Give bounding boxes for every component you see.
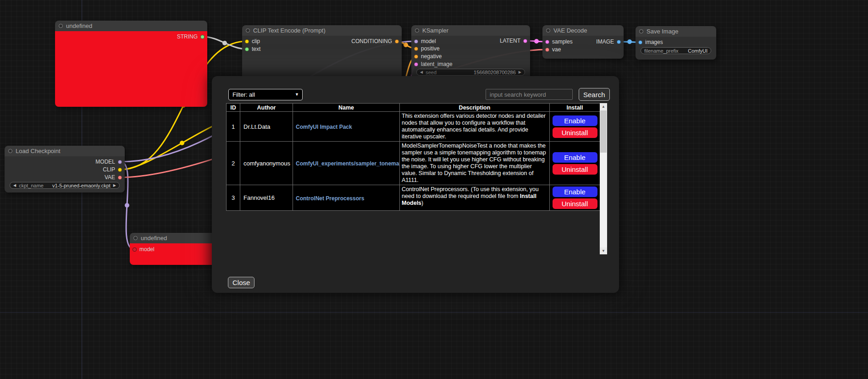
node-title-bar[interactable]: Save Image — [636, 26, 716, 37]
filter-select[interactable]: Filter: all — [228, 89, 303, 100]
widget-decrement-icon[interactable]: ◀ — [420, 69, 423, 75]
output-slot-dot-image[interactable] — [617, 40, 621, 44]
output-slot-dot-string[interactable] — [200, 35, 205, 39]
widget-ckpt_name[interactable]: ◀ckpt_namev1-5-pruned-emaonly.ckpt▶ — [10, 182, 120, 189]
link-dot-latent — [534, 39, 539, 44]
output-slot-dot-vae[interactable] — [118, 176, 122, 180]
link-dot-conditioning — [404, 43, 408, 47]
node-status-dot — [59, 24, 63, 28]
output-slot-dot-conditioning[interactable] — [395, 39, 399, 44]
scroll-up-icon[interactable]: ▲ — [600, 103, 607, 110]
widget-increment-icon[interactable]: ▶ — [519, 69, 521, 75]
node-body: MODELCLIPVAE◀ckpt_namev1-5-pruned-emaonl… — [5, 156, 125, 192]
widget-filename_prefix[interactable]: filename_prefixComfyUI — [641, 47, 711, 54]
node-title-label: VAE Decode — [553, 27, 587, 34]
node-save-image[interactable]: Save Imageimagesfilename_prefixComfyUI — [636, 26, 716, 60]
table-scrollbar[interactable]: ▲ ▼ — [600, 103, 607, 254]
enable-button[interactable]: Enable — [553, 187, 597, 197]
widget-increment-icon[interactable]: ▶ — [113, 182, 116, 188]
extension-link[interactable]: ComfyUI_experiments/sampler_tonemap — [296, 160, 400, 167]
input-slot-dot-model[interactable] — [414, 39, 418, 44]
node-load-checkpoint[interactable]: Load CheckpointMODELCLIPVAE◀ckpt_namev1-… — [5, 146, 125, 192]
node-vae-decode[interactable]: VAE DecodesamplesvaeIMAGE — [542, 25, 624, 59]
input-slot-images: images — [638, 39, 663, 45]
output-slot-dot-latent[interactable] — [523, 39, 527, 43]
node-body: modelpositivenegativelatent_imageLATENT◀… — [411, 36, 530, 82]
extension-link[interactable]: ControlNet Preprocessors — [296, 195, 364, 202]
node-undefined-top[interactable]: undefinedSTRING — [55, 21, 207, 107]
node-title-bar[interactable]: CLIP Text Encode (Prompt) — [242, 25, 402, 36]
uninstall-button[interactable]: Uninstall — [553, 198, 597, 209]
extension-install-cell: EnableUninstall — [550, 112, 600, 142]
node-status-dot — [639, 29, 643, 33]
extension-row: 3Fannovel16ControlNet PreprocessorsContr… — [227, 185, 600, 211]
link-dot-string — [222, 41, 227, 45]
node-title-label: CLIP Text Encode (Prompt) — [253, 27, 326, 34]
input-slot-clip: clip — [245, 38, 260, 44]
extension-description: This extension offers various detector n… — [400, 112, 550, 142]
scroll-down-icon[interactable]: ▼ — [600, 247, 607, 254]
input-slot-model: model — [133, 246, 155, 253]
input-slot-dot-vae[interactable] — [545, 48, 549, 52]
output-slot-dot-model[interactable] — [118, 160, 122, 164]
widget-seed[interactable]: ◀seed156680208700286▶ — [416, 69, 525, 76]
table-header-row: IDAuthorNameDescriptionInstall — [227, 104, 600, 112]
input-slot-dot-positive[interactable] — [414, 47, 418, 51]
node-status-dot — [246, 28, 250, 33]
widget-name-label: seed — [426, 70, 437, 75]
input-slot-latent_image: latent_image — [414, 61, 453, 67]
input-slot-label: negative — [421, 53, 442, 60]
node-title-bar[interactable]: KSampler — [411, 25, 530, 36]
output-slot-dot-clip[interactable] — [118, 168, 122, 172]
input-slot-label: samples — [552, 38, 573, 45]
extension-name-cell: ControlNet Preprocessors — [293, 185, 400, 211]
input-slot-dot-model[interactable] — [133, 247, 137, 252]
uninstall-button[interactable]: Uninstall — [553, 127, 597, 138]
close-button[interactable]: Close — [228, 277, 254, 288]
widget-value: 156680208700286 — [474, 70, 516, 75]
extension-id: 1 — [227, 112, 240, 142]
node-title-label: KSampler — [422, 27, 448, 34]
node-clip-text-encode[interactable]: CLIP Text Encode (Prompt)cliptextCONDITI… — [242, 25, 402, 82]
node-body: samplesvaeIMAGE — [542, 36, 624, 59]
widget-value: v1-5-pruned-emaonly.ckpt — [52, 183, 111, 188]
input-slot-label: text — [252, 46, 260, 52]
input-slot-dot-latent_image[interactable] — [414, 62, 418, 66]
extension-link[interactable]: ComfyUI Impact Pack — [296, 124, 352, 130]
scrollbar-thumb[interactable] — [600, 110, 607, 153]
extensions-table-body: 1Dr.Lt.DataComfyUI Impact PackThis exten… — [227, 112, 600, 211]
node-ksampler[interactable]: KSamplermodelpositivenegativelatent_imag… — [411, 25, 530, 82]
search-button[interactable]: Search — [579, 88, 610, 101]
extension-id: 3 — [227, 185, 240, 211]
node-body: cliptextCONDITIONING — [242, 36, 402, 82]
enable-button[interactable]: Enable — [553, 115, 597, 126]
node-title-bar[interactable]: VAE Decode — [542, 25, 624, 36]
node-status-dot — [415, 28, 419, 33]
extension-install-cell: EnableUninstall — [550, 185, 600, 211]
input-slot-dot-text[interactable] — [245, 47, 249, 51]
uninstall-button[interactable]: Uninstall — [553, 164, 597, 175]
extension-name-cell: ComfyUI Impact Pack — [293, 112, 400, 142]
enable-button[interactable]: Enable — [553, 152, 597, 163]
extension-row: 2comfyanonymousComfyUI_experiments/sampl… — [227, 142, 600, 185]
input-slot-negative: negative — [414, 53, 442, 60]
input-slot-label: clip — [252, 38, 260, 44]
node-title-label: undefined — [66, 22, 92, 29]
extension-description: ControlNet Preprocessors. (To use this e… — [400, 185, 550, 211]
search-input[interactable] — [486, 89, 573, 100]
input-slot-dot-clip[interactable] — [245, 39, 249, 44]
extensions-table: IDAuthorNameDescriptionInstall 1Dr.Lt.Da… — [226, 103, 600, 211]
node-title-bar[interactable]: Load Checkpoint — [5, 146, 125, 156]
output-slot-model: MODEL — [95, 159, 122, 165]
input-slot-dot-negative[interactable] — [414, 55, 418, 59]
node-body: imagesfilename_prefixComfyUI — [636, 37, 716, 60]
input-slot-vae: vae — [545, 46, 561, 53]
extension-id: 2 — [227, 142, 240, 185]
node-status-dot — [546, 28, 550, 33]
link-dot-model — [125, 203, 129, 208]
input-slot-dot-samples[interactable] — [545, 40, 549, 44]
node-title-bar[interactable]: undefined — [55, 21, 207, 31]
extension-author: Fannovel16 — [240, 185, 293, 211]
input-slot-dot-images[interactable] — [638, 40, 642, 44]
widget-decrement-icon[interactable]: ◀ — [13, 182, 16, 188]
